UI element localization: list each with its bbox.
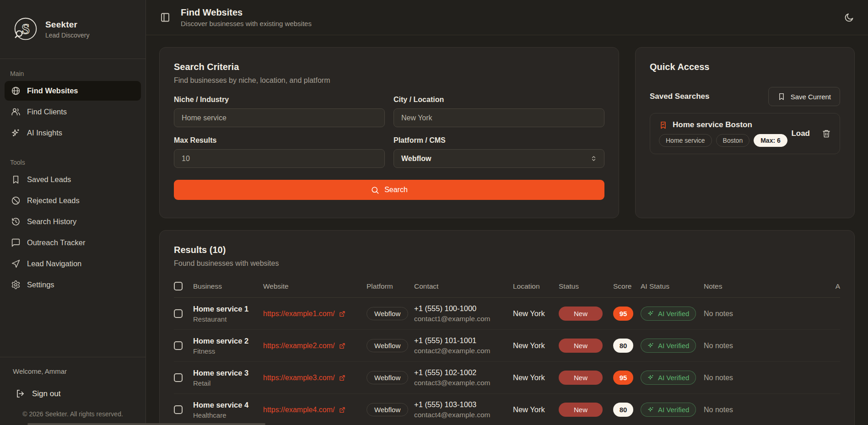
niche-label: Niche / Industry xyxy=(174,96,385,104)
website-link[interactable]: https://example3.com/ xyxy=(263,374,367,382)
save-current-label: Save Current xyxy=(791,93,831,101)
bookmark-icon xyxy=(11,175,21,184)
table-row: Home service 2 Fitness https://example2.… xyxy=(174,330,840,362)
sidebar-item-find-clients[interactable]: Find Clients xyxy=(5,102,141,122)
platform-badge: Webflow xyxy=(367,339,408,352)
save-current-button[interactable]: Save Current xyxy=(768,87,840,106)
score-badge: 80 xyxy=(613,403,633,417)
external-link-icon xyxy=(339,406,346,414)
location-cell: New York xyxy=(513,309,559,318)
website-link[interactable]: https://example4.com/ xyxy=(263,406,367,414)
load-saved-search-button[interactable]: Load xyxy=(791,129,810,138)
results-subtitle: Found businesses with websites xyxy=(174,259,840,268)
row-checkbox[interactable] xyxy=(174,373,183,382)
business-name: Home service 3 xyxy=(193,369,263,377)
location-input[interactable] xyxy=(394,108,604,127)
table-row: Home service 4 Healthcare https://exampl… xyxy=(174,394,840,425)
results-title: Results (10) xyxy=(174,245,840,255)
contact-phone: +1 (555) 100-1000 xyxy=(414,304,513,313)
contact-email: contact4@example.com xyxy=(414,411,513,419)
status-badge: New xyxy=(559,307,603,321)
business-category: Retail xyxy=(193,379,263,387)
website-url: https://example1.com/ xyxy=(263,310,335,318)
quick-access-title: Quick Access xyxy=(650,62,840,72)
sidebar-nav: Main Find Websites Find Clients AI Insig… xyxy=(0,59,146,357)
copyright-text: © 2026 Seekter. All rights reserved. xyxy=(13,410,133,418)
delete-saved-search-button[interactable] xyxy=(822,129,831,138)
search-button[interactable]: Search xyxy=(174,180,604,200)
sidebar-item-settings[interactable]: Settings xyxy=(5,275,141,295)
location-cell: New York xyxy=(513,373,559,382)
website-link[interactable]: https://example1.com/ xyxy=(263,310,367,318)
platform-badge: Webflow xyxy=(367,403,408,416)
external-link-icon xyxy=(339,310,346,317)
sidebar-toggle-button[interactable] xyxy=(160,12,171,23)
sidebar-item-rejected-leads[interactable]: Rejected Leads xyxy=(5,191,141,210)
location-cell: New York xyxy=(513,341,559,350)
website-url: https://example4.com/ xyxy=(263,406,335,414)
nav-section-main: Main xyxy=(5,65,141,81)
status-badge: New xyxy=(559,371,603,385)
sidebar-item-label: Find Clients xyxy=(27,108,67,116)
column-business: Business xyxy=(193,282,263,291)
main-area: Find Websites Discover businesses with e… xyxy=(146,0,868,425)
row-checkbox[interactable] xyxy=(174,405,183,414)
row-checkbox[interactable] xyxy=(174,309,183,318)
sidebar-item-search-history[interactable]: Search History xyxy=(5,212,141,231)
search-criteria-title: Search Criteria xyxy=(174,62,604,72)
ai-status-badge: AI Verified xyxy=(641,371,696,385)
theme-toggle-button[interactable] xyxy=(844,12,854,23)
quick-access-card: Quick Access Saved Searches Save Current xyxy=(635,47,855,218)
app-tagline: Lead Discovery xyxy=(45,32,90,39)
bookmark-icon xyxy=(777,92,786,101)
ai-status-label: AI Verified xyxy=(658,342,689,350)
search-button-label: Search xyxy=(384,186,408,194)
contact-email: contact2@example.com xyxy=(414,347,513,355)
results-table-header: Business Website Platform Contact Locati… xyxy=(174,275,840,298)
score-badge: 80 xyxy=(613,339,633,353)
select-all-checkbox[interactable] xyxy=(174,282,183,291)
sidebar-item-find-websites[interactable]: Find Websites xyxy=(5,81,141,101)
sidebar-item-lead-navigation[interactable]: Lead Navigation xyxy=(5,254,141,274)
chevrons-up-down-icon xyxy=(590,155,598,162)
business-category: Healthcare xyxy=(193,411,263,419)
row-checkbox[interactable] xyxy=(174,341,183,350)
business-name: Home service 2 xyxy=(193,337,263,345)
column-website: Website xyxy=(263,282,367,291)
contact-phone: +1 (555) 101-1001 xyxy=(414,336,513,345)
table-row: Home service 1 Restaurant https://exampl… xyxy=(174,298,840,330)
notes-cell: No notes xyxy=(704,342,828,350)
column-ai-status: AI Status xyxy=(641,282,704,291)
app-logo-block: S Seekter Lead Discovery xyxy=(0,0,146,59)
status-badge: New xyxy=(559,403,603,417)
website-link[interactable]: https://example2.com/ xyxy=(263,342,367,350)
max-results-label: Max Results xyxy=(174,136,385,145)
platform-select[interactable]: Webflow xyxy=(394,149,604,168)
business-category: Restaurant xyxy=(193,315,263,323)
column-score: Score xyxy=(613,282,641,291)
column-platform: Platform xyxy=(367,282,414,291)
saved-search-name: Home service Boston xyxy=(673,120,752,129)
external-link-icon xyxy=(339,374,346,382)
sparkles-icon xyxy=(11,128,21,138)
column-actions: A xyxy=(828,282,840,291)
sidebar-item-saved-leads[interactable]: Saved Leads xyxy=(5,170,141,189)
max-results-input[interactable] xyxy=(174,149,385,168)
horizontal-scrollbar[interactable] xyxy=(27,423,265,425)
page-subtitle: Discover businesses with existing websit… xyxy=(181,20,312,27)
sign-out-button[interactable]: Sign out xyxy=(13,385,133,402)
score-badge: 95 xyxy=(613,307,633,321)
logout-icon xyxy=(16,389,25,398)
sidebar-item-ai-insights[interactable]: AI Insights xyxy=(5,123,141,143)
website-url: https://example3.com/ xyxy=(263,374,335,382)
search-criteria-card: Search Criteria Find businesses by niche… xyxy=(159,47,619,218)
niche-input[interactable] xyxy=(174,108,385,127)
bookmark-check-icon xyxy=(659,121,668,129)
svg-text:S: S xyxy=(22,21,30,37)
sidebar-item-outreach-tracker[interactable]: Outreach Tracker xyxy=(5,233,141,253)
search-criteria-subtitle: Find businesses by niche, location, and … xyxy=(174,76,604,85)
business-name: Home service 4 xyxy=(193,401,263,409)
sidebar-item-label: Settings xyxy=(27,280,54,289)
app-name: Seekter xyxy=(45,20,90,30)
column-location: Location xyxy=(513,282,559,291)
